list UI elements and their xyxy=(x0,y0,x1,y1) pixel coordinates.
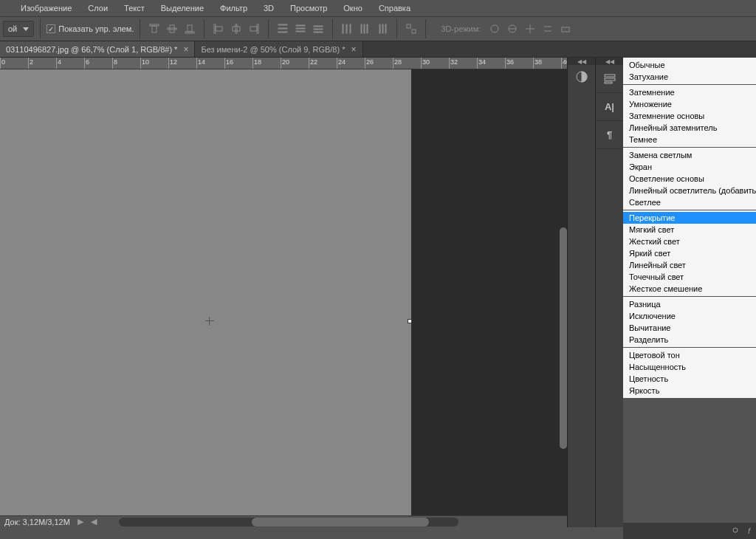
svg-rect-26 xyxy=(367,24,368,33)
main-menu-bar: Изображение Слои Текст Выделение Фильтр … xyxy=(0,0,756,16)
blend-mode-item[interactable]: Умножение xyxy=(623,98,756,110)
slide-icon[interactable] xyxy=(540,21,556,37)
ruler-tick-label: 30 xyxy=(422,58,430,66)
paragraph-panel-icon[interactable]: ¶ xyxy=(596,121,623,149)
paragraph-styles-icon[interactable] xyxy=(596,65,623,93)
align-hcenter-icon[interactable] xyxy=(228,21,244,37)
ruler-tick xyxy=(0,58,1,69)
ruler-tick xyxy=(309,58,309,69)
blend-mode-item[interactable]: Замена светлым xyxy=(623,149,756,161)
dist-bottom-icon[interactable] xyxy=(310,21,326,37)
blend-mode-group: Замена светлымЭкранОсветление основыЛине… xyxy=(623,148,756,210)
auto-align-icon[interactable] xyxy=(403,21,419,37)
blend-mode-item[interactable]: Светлее xyxy=(623,196,756,208)
menu-3d[interactable]: 3D xyxy=(264,4,274,13)
blend-mode-item[interactable]: Темнее xyxy=(623,134,756,145)
svg-rect-13 xyxy=(278,28,287,29)
blend-mode-item[interactable]: Линейный свет xyxy=(623,259,756,271)
align-right-icon[interactable] xyxy=(246,21,262,37)
blend-mode-item[interactable]: Цветовой тон xyxy=(623,349,756,361)
svg-rect-36 xyxy=(605,75,615,77)
blend-mode-item[interactable]: Линейный осветлитель (добавить) xyxy=(623,185,756,196)
dist-left-icon[interactable] xyxy=(339,21,355,37)
doc-size-label: Док: 3,12M/3,12M xyxy=(4,518,70,526)
blend-mode-item[interactable]: Разделить xyxy=(623,334,756,346)
dist-vcenter-icon[interactable] xyxy=(292,21,309,37)
blend-mode-item[interactable]: Осветление основы xyxy=(623,173,756,185)
ruler-tick-label: 26 xyxy=(366,58,374,66)
chevron-down-icon xyxy=(23,27,29,31)
horizontal-ruler[interactable]: 0246810121416182022242628303234363840 xyxy=(0,58,567,69)
blend-mode-item[interactable]: Исключение xyxy=(623,310,756,322)
blend-mode-item[interactable]: Перекрытие xyxy=(623,212,756,224)
blend-mode-item[interactable]: Разница xyxy=(623,298,756,310)
ruler-tick xyxy=(393,58,394,69)
svg-rect-17 xyxy=(296,31,305,32)
horizontal-scrollbar-thumb[interactable] xyxy=(252,518,429,526)
ruler-tick xyxy=(477,58,478,69)
scale-icon[interactable] xyxy=(557,21,574,37)
blend-mode-item[interactable]: Жесткое смешение xyxy=(623,283,756,295)
svg-point-32 xyxy=(491,25,498,32)
orbit-icon[interactable] xyxy=(487,21,503,37)
blend-mode-item[interactable]: Экран xyxy=(623,161,756,173)
ruler-tick xyxy=(84,58,85,69)
document-tab-inactive[interactable]: Без имени-2 @ 50% (Слой 9, RGB/8) * × xyxy=(195,41,362,57)
status-arrow-icon[interactable]: ▶ xyxy=(78,517,83,526)
dist-hcenter-icon[interactable] xyxy=(357,21,373,37)
close-icon[interactable]: × xyxy=(183,44,188,55)
menu-window[interactable]: Окно xyxy=(343,4,362,13)
align-top-icon[interactable] xyxy=(146,21,162,37)
dock-collapse-icon[interactable]: ◀◀ xyxy=(568,58,595,65)
svg-rect-34 xyxy=(562,27,569,32)
blend-mode-item[interactable]: Цветность xyxy=(623,373,756,385)
dist-right-icon[interactable] xyxy=(374,21,391,37)
close-icon[interactable]: × xyxy=(351,44,356,55)
tool-preset-dropdown[interactable]: ой xyxy=(3,21,34,37)
blend-mode-item[interactable]: Мягкий свет xyxy=(623,224,756,236)
menu-text[interactable]: Текст xyxy=(124,4,145,13)
menu-select[interactable]: Выделение xyxy=(161,4,204,13)
ruler-tick-label: 38 xyxy=(535,58,542,66)
document-tab-active[interactable]: 03110496827.jpg @ 66,7% (Слой 1, RGB/8#)… xyxy=(0,41,195,57)
align-bottom-icon[interactable] xyxy=(182,21,198,37)
menu-image[interactable]: Изображение xyxy=(21,4,72,13)
blend-mode-item[interactable]: Жесткий свет xyxy=(623,236,756,247)
menu-filter[interactable]: Фильтр xyxy=(220,4,247,13)
blend-mode-item[interactable]: Линейный затемнитель xyxy=(623,122,756,134)
distribute-group-2 xyxy=(339,21,391,37)
align-left-icon[interactable] xyxy=(210,21,227,37)
dock-collapse-icon[interactable]: ◀◀ xyxy=(596,58,623,65)
show-controls-checkbox[interactable]: Показать упр. элем. xyxy=(47,24,134,33)
blend-mode-item[interactable]: Затемнение xyxy=(623,86,756,98)
menu-layers[interactable]: Слои xyxy=(88,4,108,13)
blend-mode-item[interactable]: Затемнение основы xyxy=(623,110,756,122)
link-layers-icon[interactable] xyxy=(730,525,740,537)
vertical-scrollbar[interactable] xyxy=(560,227,567,449)
scroll-left-icon[interactable]: ◀ xyxy=(91,517,97,526)
blend-mode-item[interactable]: Насыщенность xyxy=(623,361,756,373)
blend-mode-item[interactable]: Обычные xyxy=(623,59,756,71)
canvas-area[interactable] xyxy=(0,69,567,527)
align-vcenter-icon[interactable] xyxy=(164,21,180,37)
horizontal-scrollbar-track[interactable] xyxy=(119,518,458,526)
blend-mode-item[interactable]: Яркость xyxy=(623,385,756,396)
blend-mode-item[interactable]: Вычитание xyxy=(623,322,756,334)
adjustments-panel-icon[interactable] xyxy=(568,65,595,89)
blend-mode-item[interactable]: Точечный свет xyxy=(623,271,756,283)
svg-rect-37 xyxy=(605,78,615,80)
dist-top-icon[interactable] xyxy=(275,21,291,37)
canvas-column: 0246810121416182022242628303234363840 До… xyxy=(0,58,567,527)
svg-rect-24 xyxy=(361,24,362,33)
character-panel-icon[interactable]: A| xyxy=(596,93,623,121)
pan-icon[interactable] xyxy=(522,21,538,37)
ruler-tick-label: 2 xyxy=(30,58,33,66)
transform-center-icon[interactable] xyxy=(205,317,214,326)
menu-help[interactable]: Справка xyxy=(379,4,410,13)
transform-handle[interactable] xyxy=(408,319,412,323)
fx-icon[interactable]: f xyxy=(748,526,750,535)
blend-mode-item[interactable]: Затухание xyxy=(623,71,756,83)
blend-mode-item[interactable]: Яркий свет xyxy=(623,247,756,259)
roll-icon[interactable] xyxy=(504,21,520,37)
menu-view[interactable]: Просмотр xyxy=(290,4,327,13)
